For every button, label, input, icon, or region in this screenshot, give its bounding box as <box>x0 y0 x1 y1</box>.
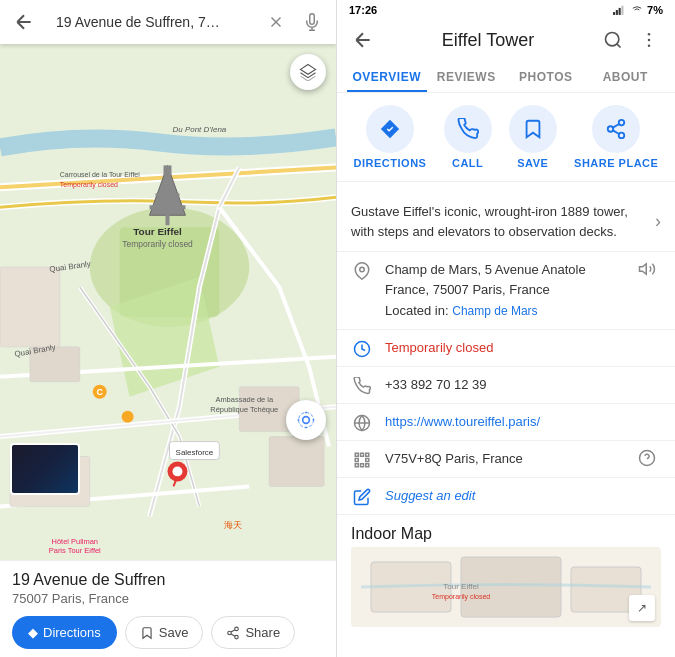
share-icon <box>226 626 240 640</box>
expand-map-button[interactable]: ↗ <box>629 595 655 621</box>
info-scroll-area[interactable]: Gustave Eiffel's iconic, wrought-iron 18… <box>337 182 675 657</box>
svg-text:Tour Eiffel: Tour Eiffel <box>443 582 479 591</box>
website-row[interactable]: https://www.toureiffel.paris/ <box>337 404 675 441</box>
bottom-place-card: 19 Avenue de Suffren 75007 Paris, France… <box>0 560 336 657</box>
address-row: Champ de Mars, 5 Avenue Anatole France, … <box>337 252 675 330</box>
left-search-bar: 19 Avenue de Suffren, 7… <box>0 0 336 44</box>
layers-button[interactable] <box>290 54 326 90</box>
tab-photos[interactable]: PHOTOS <box>506 60 586 92</box>
place-thumbnail-image <box>12 445 78 493</box>
svg-text:Ambassade de la: Ambassade de la <box>215 395 274 404</box>
svg-point-24 <box>172 467 182 477</box>
left-panel: 19 Avenue de Suffren, 7… <box>0 0 337 657</box>
save-label: Save <box>159 625 189 640</box>
svg-rect-75 <box>361 463 364 466</box>
svg-rect-19 <box>150 205 186 209</box>
search-button[interactable] <box>599 26 627 54</box>
svg-text:海天: 海天 <box>224 520 242 530</box>
svg-marker-43 <box>301 65 316 75</box>
suggest-edit-label[interactable]: Suggest an edit <box>385 488 475 503</box>
directions-button[interactable]: ◆ Directions <box>12 616 117 649</box>
plus-code-row: V75V+8Q Paris, France <box>337 441 675 478</box>
svg-rect-54 <box>621 6 623 15</box>
right-header: Eiffel Tower <box>337 20 675 60</box>
svg-rect-51 <box>613 12 615 15</box>
place-card-actions: ◆ Directions Save Share <box>12 616 324 649</box>
map-controls <box>290 54 326 90</box>
located-in-link[interactable]: Champ de Mars <box>452 304 537 318</box>
address-content: Champ de Mars, 5 Avenue Anatole France, … <box>385 260 621 321</box>
my-location-button[interactable] <box>286 400 326 440</box>
share-action-button[interactable]: SHARE PLACE <box>574 105 658 169</box>
clear-search-button[interactable] <box>262 8 290 36</box>
tab-overview[interactable]: OVERVIEW <box>347 60 427 92</box>
save-button[interactable]: Save <box>125 616 204 649</box>
audio-icon[interactable] <box>633 260 661 278</box>
left-back-button[interactable] <box>10 8 38 36</box>
search-input[interactable]: 19 Avenue de Suffren, 7… <box>46 8 254 36</box>
help-icon[interactable] <box>633 449 661 467</box>
bookmark-icon <box>140 626 154 640</box>
tab-about[interactable]: ABOUT <box>586 60 666 92</box>
svg-rect-76 <box>366 463 369 466</box>
description-text: Gustave Eiffel's iconic, wrought-iron 18… <box>351 202 647 241</box>
suggest-edit-row[interactable]: Suggest an edit <box>337 478 675 515</box>
phone-number: +33 892 70 12 39 <box>385 377 487 392</box>
svg-line-50 <box>231 629 235 631</box>
svg-point-45 <box>299 413 314 428</box>
globe-icon <box>351 412 373 432</box>
directions-action-button[interactable]: DIRECTIONS <box>354 105 427 169</box>
place-thumbnail <box>10 443 80 495</box>
call-circle <box>444 105 492 153</box>
tabs-bar: OVERVIEW REVIEWS PHOTOS ABOUT <box>337 60 675 93</box>
save-action-button[interactable]: SAVE <box>509 105 557 169</box>
call-action-button[interactable]: CALL <box>444 105 492 169</box>
svg-rect-13 <box>269 437 324 487</box>
indoor-map-thumbnail[interactable]: Tour Eiffel Temporarily closed ↗ <box>351 547 661 627</box>
svg-text:C: C <box>96 387 103 397</box>
svg-point-60 <box>608 126 614 132</box>
more-options-button[interactable] <box>635 26 663 54</box>
directions-diamond-icon: ◆ <box>28 625 38 640</box>
description-chevron-icon[interactable]: › <box>655 211 661 232</box>
map-area[interactable]: Tour Eiffel Temporarily closed C Salesfo… <box>0 44 336 560</box>
svg-point-47 <box>228 631 232 635</box>
svg-rect-73 <box>366 458 369 461</box>
save-circle <box>509 105 557 153</box>
status-time: 17:26 <box>349 4 377 16</box>
address-line1: Champ de Mars, 5 Avenue Anatole <box>385 260 621 280</box>
action-buttons-row: DIRECTIONS CALL SAVE <box>337 93 675 182</box>
address-line2: France, 75007 Paris, France <box>385 280 621 300</box>
place-card-address: 75007 Paris, France <box>12 591 324 606</box>
svg-text:République Tchèque: République Tchèque <box>210 405 278 414</box>
phone-row[interactable]: +33 892 70 12 39 <box>337 367 675 404</box>
svg-rect-53 <box>619 8 621 15</box>
right-back-button[interactable] <box>349 26 377 54</box>
svg-line-62 <box>613 130 619 134</box>
signal-icon <box>613 5 627 15</box>
phone-content: +33 892 70 12 39 <box>385 375 661 395</box>
microphone-icon[interactable] <box>298 8 326 36</box>
svg-point-64 <box>360 267 365 272</box>
place-title: Eiffel Tower <box>385 30 591 51</box>
svg-text:Tour Eiffel: Tour Eiffel <box>133 226 182 237</box>
svg-point-55 <box>606 33 619 46</box>
svg-point-58 <box>648 45 651 48</box>
temporarily-closed-label: Temporarily closed <box>385 340 493 355</box>
website-url[interactable]: https://www.toureiffel.paris/ <box>385 414 540 429</box>
battery-level: 7% <box>647 4 663 16</box>
svg-text:Salesforce: Salesforce <box>176 448 214 457</box>
tab-reviews[interactable]: REVIEWS <box>427 60 507 92</box>
share-action-label: SHARE PLACE <box>574 157 658 169</box>
svg-point-28 <box>122 411 134 423</box>
edit-icon <box>351 486 373 506</box>
svg-text:Carrousel de la Tour Eiffel: Carrousel de la Tour Eiffel <box>60 171 140 178</box>
share-button[interactable]: Share <box>211 616 295 649</box>
svg-rect-69 <box>355 453 358 456</box>
svg-rect-71 <box>366 453 369 456</box>
svg-point-56 <box>648 33 651 36</box>
svg-text:Temporarily closed: Temporarily closed <box>60 181 118 189</box>
phone-icon <box>351 375 373 395</box>
svg-text:Hôtel Pullman: Hôtel Pullman <box>52 537 99 546</box>
svg-text:Temporarily closed: Temporarily closed <box>122 239 193 249</box>
